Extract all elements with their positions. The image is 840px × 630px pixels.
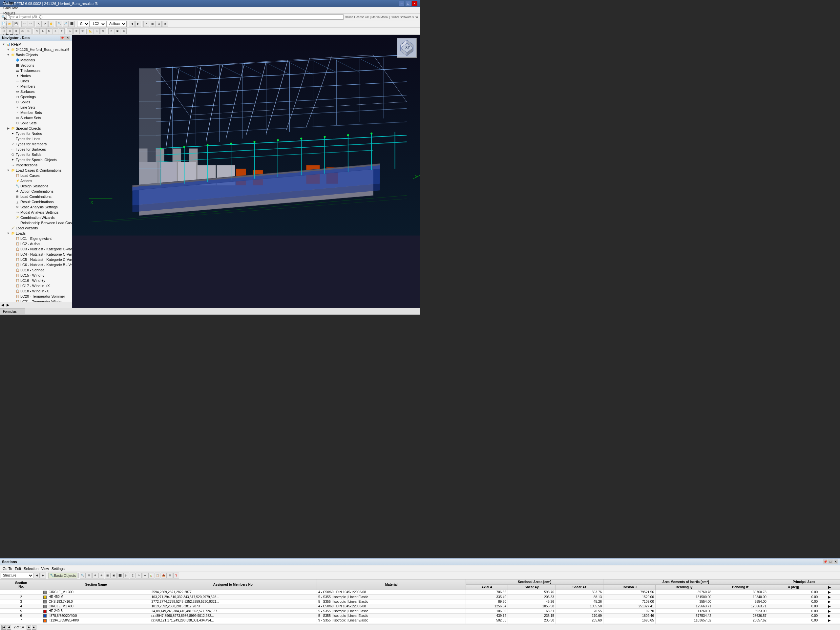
tree-item-basic-objects[interactable]: ▼📁Basic Objects <box>0 52 72 57</box>
tree-item-lc4---nutzlast---kategorie-c-var-1[interactable]: 📋LC4 - Nutzlast - Kategorie C-Var 1 <box>0 252 72 257</box>
tree-root-rfem[interactable]: ▼ 📊 RFEM <box>0 42 72 47</box>
nav-pin-btn[interactable]: 📌 <box>60 36 65 40</box>
nav-scroll-left[interactable]: ◀ <box>0 303 5 307</box>
tree-item-surfaces[interactable]: ▭Surfaces <box>0 89 72 94</box>
case-dropdown[interactable]: Aufbau <box>106 21 127 27</box>
tb2-x[interactable]: ✕ <box>108 28 114 34</box>
prev-btn[interactable]: ◀ <box>129 21 135 27</box>
tree-item-lc5---nutzlast---kategorie-c-var-2[interactable]: 📋LC5 - Nutzlast - Kategorie C-Var 2 <box>0 257 72 262</box>
open-btn[interactable]: 📂 <box>7 21 13 27</box>
tab-formulas[interactable]: Formulas <box>0 308 25 314</box>
tree-item-lc6---nutzlast---kategorie-b---var-2[interactable]: 📋LC6 - Nutzlast - Kategorie B - Var 2 <box>0 262 72 267</box>
tree-item-nodes[interactable]: ●Nodes <box>0 73 72 79</box>
undo-btn[interactable]: ↩ <box>21 21 27 27</box>
tree-item-modal-analysis-settings[interactable]: 〜Modal Analysis Settings <box>0 210 72 215</box>
tree-item-load-cases-&-combinations[interactable]: ▼📁Load Cases & Combinations <box>0 168 72 173</box>
tree-item-load-cases[interactable]: 📋Load Cases <box>0 173 72 178</box>
minimize-button[interactable]: ─ <box>399 1 404 6</box>
tb2-view1[interactable]: ▣ <box>115 28 120 34</box>
tb2-settings[interactable]: ⚙ <box>100 28 106 34</box>
tree-item-materials[interactable]: 🔷Materials <box>0 57 72 63</box>
shade-btn[interactable]: ◉ <box>162 21 168 27</box>
nav-scroll-right[interactable]: ▶ <box>5 303 11 307</box>
render-btn[interactable]: ▦ <box>150 21 156 27</box>
tb2-1[interactable]: ⬡ <box>1 28 6 34</box>
tb2-13[interactable]: ③ <box>79 28 85 34</box>
x-btn[interactable]: ✕ <box>144 21 149 27</box>
tree-item-load-wizards[interactable]: 🪄Load Wizards <box>0 226 72 231</box>
search-input[interactable] <box>6 14 344 20</box>
tree-item-lc18---wind-in--x[interactable]: 📋LC18 - Wind in -X <box>0 289 72 294</box>
tb2-5[interactable]: ▷ <box>25 28 32 34</box>
orientation-cube[interactable]: XY Z <box>397 38 417 58</box>
tree-file[interactable]: ▼ 📁 241126_Herford_Bora_results.rf6 <box>0 47 72 52</box>
tree-item-load-combinations[interactable]: ⊞Load Combinations <box>0 194 72 199</box>
tree-item-types-for-nodes[interactable]: ●Types for Nodes <box>0 131 72 136</box>
tree-item-lc2---aufbau[interactable]: 📋LC2 - Aufbau <box>0 241 72 246</box>
tree-item-surface-sets[interactable]: ▭Surface Sets <box>0 115 72 120</box>
tree-item-types-for-lines[interactable]: —Types for Lines <box>0 136 72 141</box>
new-btn[interactable]: 📄 <box>1 21 6 27</box>
maximize-button[interactable]: □ <box>406 1 411 6</box>
next-btn[interactable]: ▶ <box>135 21 141 27</box>
save-btn[interactable]: 💾 <box>13 21 19 27</box>
zoom-in-btn[interactable]: 🔍 <box>57 21 62 27</box>
tree-item-lc17---wind-in-+x[interactable]: 📋LC17 - Wind in +X <box>0 283 72 289</box>
tree-item-line-sets[interactable]: ≡Line Sets <box>0 105 72 110</box>
tree-item-lc16---wind-+y[interactable]: 📋LC16 - Wind +y <box>0 278 72 283</box>
tree-item-lc3---nutzlast---kategorie-c-var-1[interactable]: 📋LC3 - Nutzlast - Kategorie C-Var 1 <box>0 246 72 252</box>
tree-item-thicknesses[interactable]: ▬Thicknesses <box>0 68 72 73</box>
lc-dropdown[interactable]: LC2 <box>90 21 106 27</box>
tree-item-lc15---wind--y[interactable]: 📋LC15 - Wind -y <box>0 273 72 278</box>
tree-item-types-for-solids[interactable]: ⬡Types for Solids <box>0 152 72 157</box>
tree-item-types-for-special-objects[interactable]: ✦Types for Special Objects <box>0 157 72 163</box>
tree-item-actions[interactable]: ⚡Actions <box>0 178 72 183</box>
tree-item-static-analysis-settings[interactable]: ⚙Static Analysis Settings <box>0 204 72 210</box>
tree-item-loads[interactable]: ▼📁Loads <box>0 231 72 236</box>
select-btn[interactable]: ↖ <box>36 21 42 27</box>
tree-item-lc1---eigengewicht[interactable]: 📋LC1 - Eigengewicht <box>0 236 72 241</box>
tree-item-design-situations[interactable]: 🔧Design Situations <box>0 183 72 189</box>
tb2-view2[interactable]: ⧉ <box>121 28 127 34</box>
redo-btn[interactable]: ↪ <box>28 21 33 27</box>
fit-btn[interactable]: ⬛ <box>69 21 75 27</box>
tb2-9[interactable]: S <box>52 28 58 34</box>
tree-item-solids[interactable]: ⬡Solids <box>0 99 72 105</box>
menu-item-calculate[interactable]: Calculate <box>1 5 21 11</box>
tree-item-combination-wizards[interactable]: 🪄Combination Wizards <box>0 215 72 220</box>
tree-item-solid-sets[interactable]: ⬡Solid Sets <box>0 120 72 126</box>
tb2-7[interactable]: L <box>40 28 46 34</box>
tree-item-relationship-between-load-cases[interactable]: ↔Relationship Between Load Cases <box>0 220 72 226</box>
tree-item-types-for-members[interactable]: ⟋Types for Members <box>0 141 72 147</box>
tb2-6[interactable]: N <box>34 28 40 34</box>
tb2-measure[interactable]: 📐 <box>88 28 93 34</box>
tree-item-lc20---temperatur-sommer[interactable]: 📋LC20 - Temperatur Sommer <box>0 294 72 299</box>
tree-item-members[interactable]: ⟋Members <box>0 84 72 89</box>
view-dropdown[interactable]: G <box>77 21 90 27</box>
pan-btn[interactable]: ✋ <box>48 21 54 27</box>
menu-item-assign[interactable]: Assign <box>1 0 21 5</box>
tb2-11[interactable]: ① <box>67 28 73 34</box>
close-button[interactable]: ✕ <box>412 1 417 6</box>
tb2-2[interactable]: ⊕ <box>7 28 13 34</box>
viewport[interactable]: X Y XY Z <box>72 35 420 308</box>
tree-item-action-combinations[interactable]: ⊕Action Combinations <box>0 189 72 194</box>
tree-item-types-for-surfaces[interactable]: ▭Types for Surfaces <box>0 147 72 152</box>
tree-item-lc10---schnee[interactable]: 📋LC10 - Schnee <box>0 267 72 273</box>
tree-item-special-objects[interactable]: ▶📁Special Objects <box>0 126 72 131</box>
tb2-12[interactable]: ② <box>73 28 79 34</box>
tree-item-member-sets[interactable]: ⟋Member Sets <box>0 110 72 115</box>
tree-item-lines[interactable]: —Lines <box>0 79 72 84</box>
wire-btn[interactable]: ⊞ <box>156 21 162 27</box>
tree-item-result-combinations[interactable]: ∑Result Combinations <box>0 199 72 204</box>
tb2-8[interactable]: M <box>46 28 52 34</box>
tb2-3[interactable]: ⊗ <box>13 28 19 34</box>
tree-item-openings[interactable]: ◻Openings <box>0 94 72 99</box>
rotate-btn[interactable]: ⟳ <box>42 21 48 27</box>
zoom-out-btn[interactable]: 🔎 <box>63 21 69 27</box>
tree-item-sections[interactable]: ⬛Sections <box>0 63 72 68</box>
tree-item-imperfections[interactable]: ⊸Imperfections <box>0 163 72 168</box>
tb2-info[interactable]: ℹ <box>94 28 100 34</box>
tb2-4[interactable]: ◎ <box>19 28 25 34</box>
nav-close-btn[interactable]: ✕ <box>65 36 70 40</box>
